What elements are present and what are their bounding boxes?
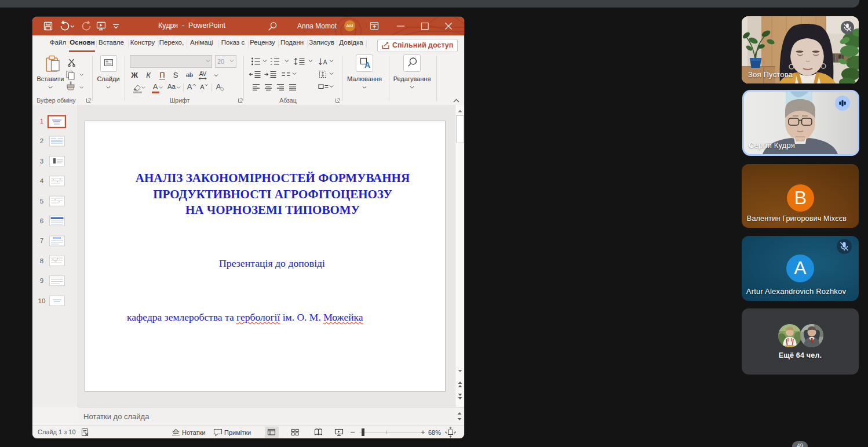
svg-text:К: К — [146, 71, 151, 79]
svg-text:Aa: Aa — [167, 83, 176, 90]
svg-text:П: П — [159, 71, 165, 79]
svg-text:A: A — [216, 82, 221, 91]
svg-text:Редагування: Редагування — [393, 75, 431, 82]
svg-text:6: 6 — [40, 217, 43, 224]
svg-text:1: 1 — [40, 118, 43, 125]
svg-text:2: 2 — [40, 137, 43, 144]
svg-text:AV: AV — [199, 71, 207, 77]
svg-text:A: A — [364, 60, 370, 70]
svg-text:68%: 68% — [428, 429, 441, 436]
svg-text:A: A — [187, 82, 192, 91]
svg-text:Вставити: Вставити — [37, 75, 64, 82]
svg-text:Слайди: Слайди — [97, 75, 119, 82]
svg-text:4: 4 — [40, 177, 44, 184]
svg-text:А: А — [153, 82, 158, 91]
svg-text:9: 9 — [40, 277, 43, 284]
svg-text:Шрифт: Шрифт — [170, 97, 190, 104]
svg-text:Абзац: Абзац — [279, 97, 296, 104]
svg-text:S: S — [173, 71, 178, 79]
svg-text:3: 3 — [40, 158, 43, 165]
svg-text:8: 8 — [40, 257, 43, 264]
svg-text:Нотатки: Нотатки — [182, 429, 206, 436]
svg-text:A: A — [200, 83, 205, 90]
svg-text:7: 7 — [40, 237, 43, 244]
svg-text:Буфер обміну: Буфер обміну — [37, 97, 76, 104]
svg-text:Малювання: Малювання — [347, 75, 382, 82]
svg-text:20: 20 — [217, 58, 224, 65]
svg-text:А: А — [323, 59, 327, 66]
svg-text:Ж: Ж — [130, 71, 138, 79]
svg-text:5: 5 — [40, 198, 43, 205]
svg-text:10: 10 — [38, 297, 46, 304]
svg-text:Примітки: Примітки — [224, 429, 251, 436]
